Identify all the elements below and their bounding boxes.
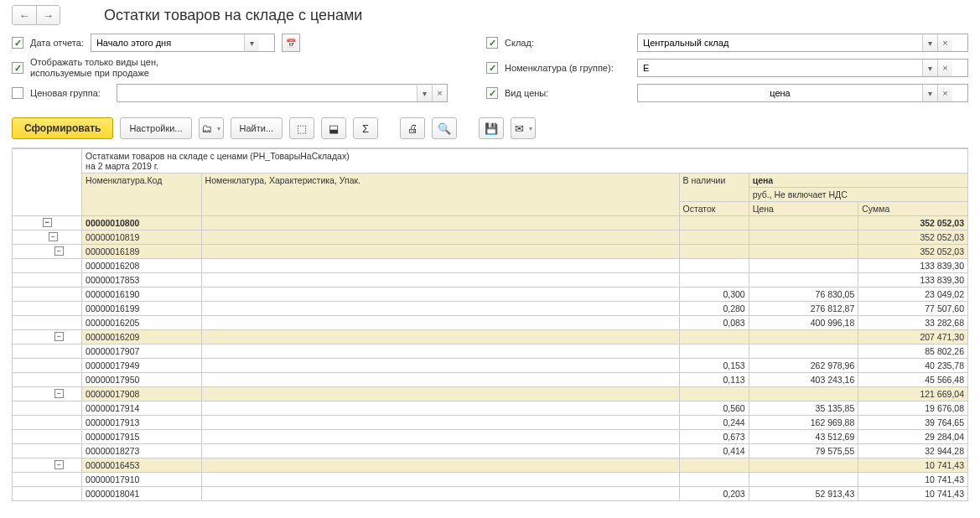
col-price: Цена — [749, 202, 858, 216]
tree-toggle[interactable]: − — [54, 332, 64, 341]
price-group-input[interactable] — [117, 85, 417, 101]
save-button[interactable]: 💾 — [479, 117, 504, 139]
sum-button[interactable]: Σ — [353, 117, 378, 139]
col-name: Номенклатура, Характеристика, Упак. — [201, 174, 679, 216]
print-button[interactable]: 🖨 — [400, 117, 425, 139]
table-row[interactable]: 000000179140,56035 135,8519 676,08 — [13, 401, 968, 416]
table-row[interactable]: 000000182730,41479 575,5532 944,28 — [13, 444, 968, 458]
only-sale-prices-checkbox[interactable] — [12, 62, 23, 74]
price-group-checkbox[interactable] — [12, 87, 23, 99]
settings-button[interactable]: Настройки... — [120, 117, 191, 139]
col-price-head: цена — [749, 174, 967, 188]
table-row[interactable]: −00000017908121 669,04 — [13, 387, 968, 401]
calendar-icon[interactable]: 📅 — [283, 34, 299, 51]
dropdown-icon[interactable]: ▾ — [922, 34, 937, 51]
report-date-checkbox[interactable] — [12, 37, 23, 49]
only-sale-prices-label: Отображать только виды цен, используемые… — [30, 57, 198, 79]
warehouse-input[interactable] — [638, 34, 922, 51]
table-row[interactable]: 0000001791010 741,43 — [13, 473, 968, 487]
page-title: Остатки товаров на складе с ценами — [104, 7, 362, 24]
price-type-input[interactable] — [638, 85, 922, 101]
price-type-label: Вид цены: — [505, 88, 630, 98]
col-sum: Сумма — [858, 202, 968, 216]
table-row[interactable]: 000000180410,20352 913,4310 741,43 — [13, 487, 968, 501]
table-row[interactable]: 000000179500,113403 243,1645 566,48 — [13, 373, 968, 387]
clear-icon[interactable]: × — [432, 85, 447, 101]
nomenclature-checkbox[interactable] — [486, 62, 498, 74]
table-row[interactable]: 00000016208133 839,30 — [13, 259, 968, 273]
email-button[interactable]: ✉▾ — [511, 117, 536, 139]
nomenclature-label: Номенклатура (в группе): — [505, 63, 630, 73]
collapse-button[interactable]: ⬓ — [321, 117, 346, 139]
variants-button[interactable]: 🗂▾ — [199, 117, 224, 139]
table-row[interactable]: −00000010819352 052,03 — [13, 231, 968, 245]
tree-toggle[interactable]: − — [54, 460, 64, 469]
generate-button[interactable]: Сформировать — [12, 117, 113, 139]
clear-icon[interactable]: × — [937, 34, 952, 51]
find-button[interactable]: Найти... — [231, 117, 283, 139]
clear-icon[interactable]: × — [937, 60, 952, 76]
report-date-input[interactable] — [91, 34, 244, 51]
nav-back-button[interactable]: ← — [13, 6, 36, 24]
dropdown-icon[interactable]: ▾ — [417, 85, 432, 101]
tree-toggle[interactable]: − — [54, 246, 64, 256]
table-row[interactable]: 000000179130,244162 969,8839 764,65 — [13, 416, 968, 430]
col-stock-head: В наличии — [679, 174, 749, 202]
tree-toggle[interactable]: − — [54, 389, 64, 398]
table-row[interactable]: 000000161990,280276 812,8777 507,60 — [13, 302, 968, 316]
nomenclature-input[interactable] — [638, 60, 922, 76]
warehouse-checkbox[interactable] — [486, 37, 498, 49]
dropdown-icon[interactable]: ▾ — [244, 34, 259, 51]
nav-forward-button[interactable]: → — [36, 6, 60, 24]
price-group-label: Ценовая группа: — [30, 88, 110, 98]
table-row[interactable]: −00000010800352 052,03 — [13, 216, 968, 231]
table-row[interactable]: 00000017853133 839,30 — [13, 273, 968, 287]
table-row[interactable]: 0000001790785 802,26 — [13, 344, 968, 359]
dropdown-icon[interactable]: ▾ — [922, 85, 937, 101]
report-title: Остатками товаров на складе с ценами (РН… — [86, 151, 964, 161]
table-row[interactable]: −00000016189352 052,03 — [13, 245, 968, 259]
table-row[interactable]: 000000179490,153262 978,9640 235,78 — [13, 359, 968, 373]
tree-toggle[interactable]: − — [43, 218, 52, 227]
table-row[interactable]: 000000162050,083400 996,1833 282,68 — [13, 316, 968, 330]
report-date-label: Дата отчета: — [30, 38, 84, 48]
report-date: на 2 марта 2019 г. — [86, 161, 964, 171]
table-row[interactable]: −0000001645310 741,43 — [13, 458, 968, 473]
dropdown-icon[interactable]: ▾ — [922, 60, 937, 76]
table-row[interactable]: 000000161900,30076 830,0523 049,02 — [13, 287, 968, 302]
table-row[interactable]: −00000016209207 471,30 — [13, 330, 968, 344]
col-stock-sub: Остаток — [679, 202, 749, 216]
warehouse-label: Склад: — [505, 38, 630, 48]
table-row[interactable]: 000000179150,67343 512,6929 284,04 — [13, 430, 968, 444]
price-type-checkbox[interactable] — [486, 87, 498, 99]
expand-button[interactable]: ⬚ — [289, 117, 314, 139]
report-table: Остатками товаров на складе с ценами (РН… — [12, 148, 968, 501]
col-price-sub: руб., Не включает НДС — [749, 188, 967, 202]
clear-icon[interactable]: × — [937, 85, 952, 101]
tree-toggle[interactable]: − — [49, 232, 58, 241]
col-code: Номенклатура.Код — [82, 174, 201, 216]
preview-button[interactable]: 🔍 — [432, 117, 457, 139]
